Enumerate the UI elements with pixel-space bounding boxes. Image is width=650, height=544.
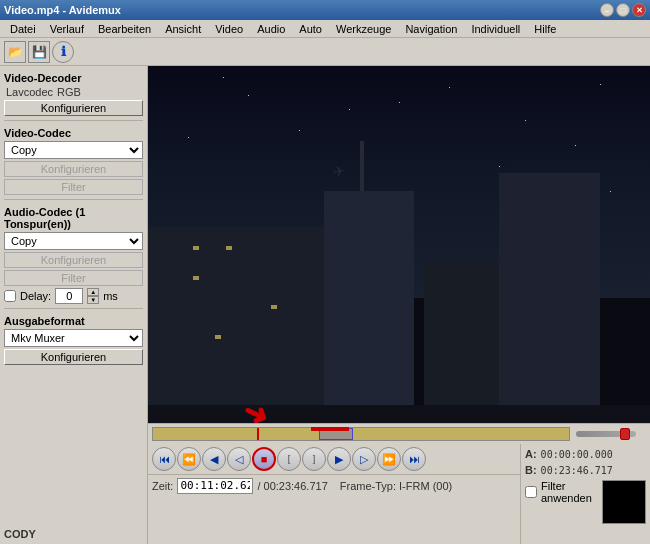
audio-codec-configure-button: Konfigurieren — [4, 252, 143, 268]
main-area: Video-Decoder Lavcodec RGB Konfigurieren… — [0, 66, 650, 544]
menu-datei[interactable]: Datei — [4, 22, 42, 36]
current-time-input[interactable] — [177, 478, 253, 494]
play-button[interactable]: ▶ — [327, 447, 351, 471]
delay-spinner[interactable]: ▲ ▼ — [87, 288, 99, 304]
filter-row: Filter anwenden — [525, 480, 598, 504]
rewind-start-button[interactable]: ⏮ — [152, 447, 176, 471]
toolbar-open[interactable]: 📂 — [4, 41, 26, 63]
audio-codec-select[interactable]: Copy — [4, 232, 143, 250]
menu-ansicht[interactable]: Ansicht — [159, 22, 207, 36]
lavcodec-row: Lavcodec RGB — [4, 86, 143, 98]
a-time: 00:00:00.000 — [541, 449, 613, 460]
preview-filter-row: Filter anwenden — [525, 480, 646, 524]
delay-row: Delay: ▲ ▼ ms — [4, 288, 143, 304]
timeline-highlight-box — [311, 427, 348, 431]
audio-filter-button: Filter — [4, 270, 143, 286]
video-decoder-label: Video-Decoder — [4, 72, 143, 84]
volume-handle[interactable] — [620, 428, 630, 440]
toolbar-info[interactable]: ℹ — [52, 41, 74, 63]
delay-up[interactable]: ▲ — [87, 288, 99, 296]
minimize-button[interactable]: – — [600, 3, 614, 17]
filter-label: Filter anwenden — [541, 480, 598, 504]
menu-bar: Datei Verlauf Bearbeiten Ansicht Video A… — [0, 20, 650, 38]
time-row: Zeit: / 00:23:46.717 Frame-Typ: I-FRM (0… — [148, 474, 520, 496]
airplane-silhouette: ✈ — [331, 162, 346, 180]
video-filter-button: Filter — [4, 179, 143, 195]
timeline-position — [257, 428, 259, 440]
menu-werkzeuge[interactable]: Werkzeuge — [330, 22, 397, 36]
left-panel: Video-Decoder Lavcodec RGB Konfigurieren… — [0, 66, 148, 544]
bottom-right-panel: A: 00:00:00.000 B: 00:23:46.717 Filter a… — [520, 444, 650, 544]
preview-thumbnail — [602, 480, 646, 524]
window-title: Video.mp4 - Avidemux — [4, 4, 121, 16]
audio-codec-label: Audio-Codec (1 Tonspur(en)) — [4, 206, 143, 230]
window — [226, 246, 232, 250]
step-back-small-button[interactable]: ◁ — [227, 447, 251, 471]
volume-area — [576, 431, 646, 437]
video-decoder-configure-button[interactable]: Konfigurieren — [4, 100, 143, 116]
filter-checkbox[interactable] — [525, 486, 537, 498]
ausgabe-configure-button[interactable]: Konfigurieren — [4, 349, 143, 365]
ausgabe-select-row: Mkv Muxer — [4, 329, 143, 347]
menu-audio[interactable]: Audio — [251, 22, 291, 36]
toolbar: 📂 💾 ℹ — [0, 38, 650, 66]
segment-end-button[interactable]: ] — [302, 447, 326, 471]
bottom-left: ⏮ ⏪ ◀ ◁ ■ [ ] ▶ ▷ ⏩ ⏭ Zeit: — [148, 444, 520, 544]
ground — [148, 405, 650, 423]
title-bar: Video.mp4 - Avidemux – □ ✕ — [0, 0, 650, 20]
timeline-row[interactable]: ➜ — [148, 424, 650, 444]
delay-checkbox[interactable] — [4, 290, 16, 302]
video-codec-label: Video-Codec — [4, 127, 143, 139]
playback-row: ⏮ ⏪ ◀ ◁ ■ [ ] ▶ ▷ ⏩ ⏭ — [148, 444, 520, 474]
step-forward-button[interactable]: ▷ — [352, 447, 376, 471]
delay-down[interactable]: ▼ — [87, 296, 99, 304]
ausgabe-select[interactable]: Mkv Muxer — [4, 329, 143, 347]
separator-3 — [4, 308, 143, 309]
menu-hilfe[interactable]: Hilfe — [528, 22, 562, 36]
fast-forward-button[interactable]: ⏩ — [377, 447, 401, 471]
star — [349, 109, 350, 110]
a-label: A: — [525, 448, 537, 460]
timeline-track[interactable] — [152, 427, 570, 441]
delay-unit: ms — [103, 290, 118, 302]
menu-video[interactable]: Video — [209, 22, 249, 36]
window — [193, 276, 199, 280]
window — [271, 305, 277, 309]
step-back-button[interactable]: ◀ — [202, 447, 226, 471]
delay-input[interactable] — [55, 288, 83, 304]
menu-individuell[interactable]: Individuell — [465, 22, 526, 36]
right-panel: ✈ ➜ — [148, 66, 650, 544]
maximize-button[interactable]: □ — [616, 3, 630, 17]
delay-label: Delay: — [20, 290, 51, 302]
toolbar-save[interactable]: 💾 — [28, 41, 50, 63]
building-right — [499, 173, 599, 423]
forward-end-button[interactable]: ⏭ — [402, 447, 426, 471]
bottom-area: ⏮ ⏪ ◀ ◁ ■ [ ] ▶ ▷ ⏩ ⏭ Zeit: — [148, 444, 650, 544]
title-bar-buttons: – □ ✕ — [600, 3, 646, 17]
menu-bearbeiten[interactable]: Bearbeiten — [92, 22, 157, 36]
controls-area: ➜ ⏮ — [148, 423, 650, 544]
ausgabe-label: Ausgabeformat — [4, 315, 143, 327]
stop-button[interactable]: ■ — [252, 447, 276, 471]
star — [525, 120, 526, 121]
building-far — [424, 262, 499, 423]
window — [215, 335, 221, 339]
separator-2 — [4, 199, 143, 200]
menu-verlauf[interactable]: Verlauf — [44, 22, 90, 36]
volume-track[interactable] — [576, 431, 636, 437]
rewind-button[interactable]: ⏪ — [177, 447, 201, 471]
lavcodec-value: RGB — [57, 86, 81, 98]
star — [600, 84, 601, 85]
zeit-label: Zeit: — [152, 480, 173, 492]
b-time-row: B: 00:23:46.717 — [525, 464, 646, 476]
frame-type: Frame-Typ: I-FRM (00) — [340, 480, 452, 492]
menu-navigation[interactable]: Navigation — [399, 22, 463, 36]
segment-start-button[interactable]: [ — [277, 447, 301, 471]
audio-codec-select-row: Copy — [4, 232, 143, 250]
close-button[interactable]: ✕ — [632, 3, 646, 17]
video-codec-select[interactable]: Copy — [4, 141, 143, 159]
a-time-row: A: 00:00:00.000 — [525, 448, 646, 460]
filter-section: Filter anwenden — [525, 480, 598, 524]
antenna — [360, 141, 364, 191]
menu-auto[interactable]: Auto — [293, 22, 328, 36]
